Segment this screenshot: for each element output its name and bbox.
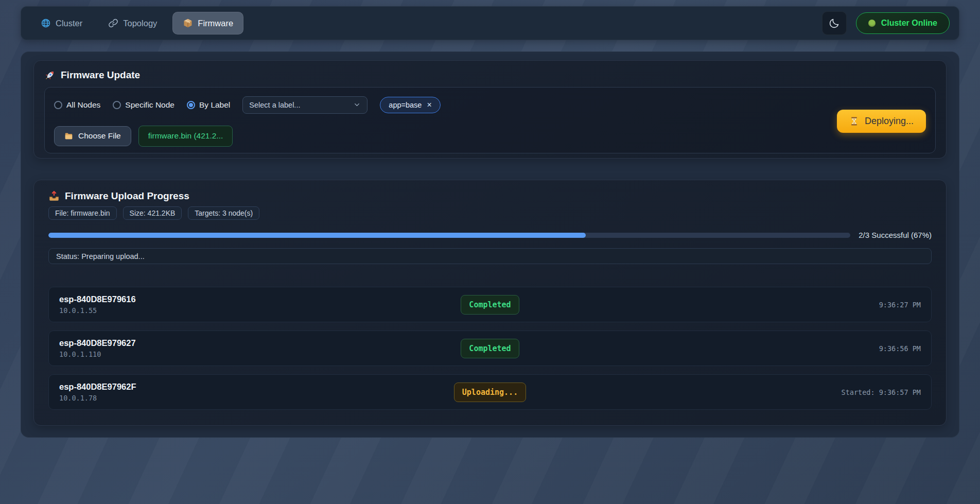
firmware-update-title: Firmware Update [44, 69, 936, 81]
nav-tabs: ClusterTopologyFirmware [30, 12, 243, 34]
link-icon [108, 18, 118, 28]
deploy-form-left: All NodesSpecific NodeBy Label Select a … [54, 96, 837, 147]
meta-chip: File: firmware.bin [48, 206, 117, 220]
chevron-down-icon [353, 101, 361, 109]
file-row: Choose File firmware.bin (421.2... [54, 126, 837, 147]
node-status-badge: Completed [461, 339, 519, 358]
moon-icon [829, 18, 840, 29]
cluster-status-label: Cluster Online [881, 19, 937, 28]
radio-circle-icon [113, 101, 121, 109]
radio-label: By Label [199, 100, 230, 110]
radio-all-nodes[interactable]: All Nodes [54, 100, 100, 110]
node-status-badge: Completed [461, 295, 519, 315]
node-row: esp-840D8E97962710.0.1.110Completed9:36:… [48, 331, 932, 366]
globe-icon [41, 18, 51, 28]
node-ip: 10.0.1.55 [59, 306, 439, 315]
node-name: esp-840D8E97962F [59, 382, 439, 392]
upload-progress-title-text: Firmware Upload Progress [65, 190, 189, 202]
target-mode-radios: All NodesSpecific NodeBy Label Select a … [54, 96, 837, 114]
top-navbar: ClusterTopologyFirmware Cluster Online [21, 6, 959, 40]
progress-row: 2/3 Successful (67%) [48, 231, 932, 239]
page: ClusterTopologyFirmware Cluster Online [0, 0, 980, 438]
progress-bar-track [48, 233, 850, 238]
online-dot-icon [868, 20, 876, 27]
node-ip: 10.0.1.78 [59, 394, 439, 402]
tab-label: Topology [123, 19, 157, 28]
deploy-button-label: Deploying... [865, 116, 914, 127]
deploy-button[interactable]: Deploying... [837, 110, 926, 133]
radio-circle-icon [187, 101, 195, 109]
firmware-update-card: Firmware Update All NodesSpecific NodeBy… [33, 60, 947, 159]
node-status-badge: Uploading... [454, 383, 526, 402]
choose-file-button[interactable]: Choose File [54, 126, 131, 146]
node-row: esp-840D8E97962F10.0.1.78Uploading...Sta… [48, 374, 932, 410]
folder-icon [64, 132, 73, 141]
progress-label: 2/3 Successful (67%) [859, 231, 932, 239]
label-select-value: Select a label... [249, 101, 300, 109]
hourglass-icon [849, 116, 859, 126]
deploy-form: All NodesSpecific NodeBy Label Select a … [44, 87, 936, 153]
tab-firmware[interactable]: Firmware [172, 12, 243, 34]
firmware-update-title-text: Firmware Update [61, 69, 140, 81]
remove-label-icon[interactable]: × [427, 101, 431, 109]
choose-file-label: Choose File [78, 131, 121, 141]
label-select[interactable]: Select a label... [242, 96, 367, 114]
node-identity: esp-840D8E97962F10.0.1.78 [59, 382, 439, 402]
nav-right: Cluster Online [822, 11, 950, 35]
main-container: Firmware Update All NodesSpecific NodeBy… [21, 51, 959, 438]
label-chip-app-base: app=base × [380, 97, 440, 113]
node-timestamp: Started: 9:36:57 PM [842, 388, 921, 396]
selected-file-chip: firmware.bin (421.2... [138, 126, 233, 147]
node-identity: esp-840D8E97962710.0.1.110 [59, 338, 439, 358]
radio-by-label[interactable]: By Label [187, 100, 230, 110]
node-name: esp-840D8E979627 [59, 338, 439, 348]
node-list: esp-840D8E97961610.0.1.55Completed9:36:2… [48, 287, 932, 410]
node-name: esp-840D8E979616 [59, 294, 439, 304]
tab-topology[interactable]: Topology [98, 12, 167, 34]
node-ip: 10.0.1.110 [59, 350, 439, 358]
status-text: Status: Preparing upload... [56, 252, 145, 260]
cluster-status-pill: Cluster Online [856, 12, 950, 34]
status-box: Status: Preparing upload... [48, 248, 932, 264]
upload-meta-row: File: firmware.binSize: 421.2KBTargets: … [48, 206, 932, 220]
package-icon [183, 18, 193, 28]
theme-toggle-button[interactable] [822, 11, 847, 35]
node-timestamp: 9:36:27 PM [879, 301, 921, 309]
radio-label: All Nodes [66, 100, 100, 110]
node-identity: esp-840D8E97961610.0.1.55 [59, 294, 439, 315]
selected-file-name: firmware.bin (421.2... [148, 131, 223, 141]
tab-label: Cluster [56, 19, 82, 28]
tab-label: Firmware [198, 19, 233, 28]
meta-chip: Targets: 3 node(s) [188, 206, 259, 220]
meta-chip: Size: 421.2KB [123, 206, 182, 220]
radio-circle-icon [54, 101, 62, 109]
outbox-icon [48, 190, 60, 202]
rocket-icon [44, 69, 56, 81]
upload-progress-title: Firmware Upload Progress [48, 190, 932, 202]
progress-bar-fill [48, 233, 586, 238]
node-timestamp: 9:36:56 PM [879, 344, 921, 353]
radio-specific-node[interactable]: Specific Node [113, 100, 174, 110]
upload-progress-card: Firmware Upload Progress File: firmware.… [33, 180, 947, 426]
radio-label: Specific Node [125, 100, 174, 110]
tab-cluster[interactable]: Cluster [30, 12, 93, 34]
node-row: esp-840D8E97961610.0.1.55Completed9:36:2… [48, 287, 932, 322]
label-chip-text: app=base [389, 101, 422, 109]
